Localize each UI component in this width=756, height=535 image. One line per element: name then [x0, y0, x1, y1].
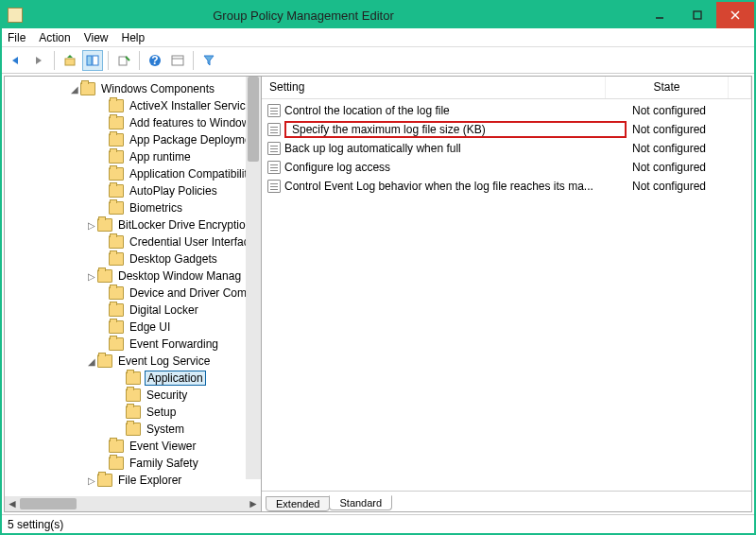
tree-item[interactable]: Biometrics: [5, 199, 261, 216]
filter-button[interactable]: [198, 50, 219, 71]
tab-standard[interactable]: Standard: [329, 495, 392, 510]
scrollbar-thumb[interactable]: [248, 77, 259, 162]
tree-item[interactable]: Event Viewer: [5, 438, 261, 455]
help-button[interactable]: ?: [145, 50, 165, 71]
tree-item[interactable]: Event Forwarding: [5, 336, 261, 353]
tree-item[interactable]: ◢Windows Components: [5, 80, 261, 97]
list-row[interactable]: Control the location of the log fileNot …: [262, 101, 751, 120]
back-button[interactable]: [6, 50, 26, 71]
tree-item[interactable]: Credential User Interface: [5, 233, 261, 250]
tree-label: Family Safety: [128, 457, 200, 470]
forward-button[interactable]: [28, 50, 49, 71]
tree-label: Application: [145, 371, 206, 386]
folder-icon: [109, 440, 124, 453]
setting-icon: [267, 123, 281, 136]
maximize-button[interactable]: [679, 2, 716, 28]
folder-icon: [109, 150, 124, 164]
scroll-right-icon[interactable]: ►: [246, 497, 261, 510]
menu-action[interactable]: Action: [39, 31, 70, 44]
tree-item[interactable]: Device and Driver Comp: [5, 285, 261, 302]
tree-label: AutoPlay Policies: [128, 184, 219, 198]
svg-rect-6: [93, 56, 98, 65]
tree[interactable]: ◢Windows ComponentsActiveX Installer Ser…: [5, 77, 261, 492]
folder-icon: [109, 184, 124, 198]
scroll-left-icon[interactable]: ◄: [5, 497, 20, 510]
tree-label: Desktop Gadgets: [128, 252, 219, 266]
setting-name: Specify the maximum log file size (KB): [284, 121, 627, 138]
folder-icon: [97, 474, 112, 487]
toolbar-sep: [54, 51, 55, 70]
tree-label: Windows Components: [99, 82, 216, 95]
titlebar[interactable]: Group Policy Management Editor: [2, 2, 754, 28]
tree-label: Digital Locker: [128, 303, 200, 317]
tree-label: Biometrics: [128, 201, 184, 215]
folder-icon: [109, 252, 124, 266]
list-row[interactable]: Configure log accessNot configured: [262, 158, 751, 177]
tree-item[interactable]: ActiveX Installer Service: [5, 97, 261, 114]
tree-item[interactable]: Setup: [5, 404, 261, 421]
tab-extended[interactable]: Extended: [266, 496, 330, 511]
tree-item[interactable]: System: [5, 421, 261, 438]
folder-icon: [97, 354, 112, 368]
expander-icon[interactable]: ▷: [86, 475, 97, 486]
tree-horizontal-scrollbar[interactable]: ◄ ►: [5, 496, 261, 511]
properties-button[interactable]: [167, 50, 188, 71]
expander-icon[interactable]: ▷: [86, 220, 97, 231]
minimize-button[interactable]: [641, 2, 679, 28]
tree-vertical-scrollbar[interactable]: [246, 77, 261, 479]
list-pane: Setting State Control the location of th…: [262, 77, 751, 511]
setting-name: Control the location of the log file: [284, 104, 628, 117]
export-button[interactable]: [113, 50, 134, 71]
tree-label: Event Forwarding: [128, 337, 220, 351]
list-row[interactable]: Control Event Log behavior when the log …: [262, 177, 751, 196]
tree-item[interactable]: Application: [5, 370, 261, 387]
svg-rect-4: [65, 59, 75, 65]
collapse-icon[interactable]: ◢: [69, 84, 80, 95]
column-extra[interactable]: [729, 77, 751, 98]
tree-pane: ◢Windows ComponentsActiveX Installer Ser…: [5, 77, 262, 511]
folder-icon: [109, 167, 124, 181]
tree-item[interactable]: AutoPlay Policies: [5, 182, 261, 199]
folder-icon: [126, 423, 141, 436]
tree-label: Security: [145, 388, 189, 402]
list-row[interactable]: Specify the maximum log file size (KB)No…: [262, 120, 751, 139]
tree-label: App runtime: [128, 150, 193, 164]
show-tree-button[interactable]: [82, 50, 103, 71]
svg-rect-1: [694, 11, 701, 19]
expander-icon[interactable]: ▷: [86, 271, 97, 282]
menu-help[interactable]: Help: [122, 31, 146, 44]
tree-item[interactable]: App runtime: [5, 148, 261, 165]
folder-icon: [126, 371, 141, 385]
scrollbar-thumb[interactable]: [20, 498, 77, 509]
tree-item[interactable]: Add features to Window: [5, 114, 261, 131]
tree-item[interactable]: Security: [5, 387, 261, 404]
tree-item[interactable]: Digital Locker: [5, 302, 261, 319]
tree-item[interactable]: Desktop Gadgets: [5, 250, 261, 268]
list-body[interactable]: Control the location of the log fileNot …: [262, 99, 751, 491]
folder-icon: [109, 133, 124, 147]
close-button[interactable]: [716, 2, 754, 28]
column-setting[interactable]: Setting: [262, 77, 606, 98]
tree-item[interactable]: ▷Desktop Window Manag: [5, 268, 261, 285]
tree-item[interactable]: ▷File Explorer: [5, 472, 261, 489]
folder-icon: [109, 235, 124, 249]
setting-icon: [267, 161, 281, 174]
tree-item[interactable]: Family Safety: [5, 455, 261, 472]
menu-view[interactable]: View: [84, 31, 109, 44]
column-state[interactable]: State: [606, 77, 729, 98]
toolbar-sep: [193, 51, 194, 70]
app-icon: [8, 8, 23, 23]
tree-item[interactable]: App Package Deploymen: [5, 131, 261, 148]
tree-item[interactable]: ▷BitLocker Drive Encryptio: [5, 216, 261, 233]
tree-label: Application Compatibilit: [128, 167, 249, 181]
list-row[interactable]: Back up log automatically when fullNot c…: [262, 139, 751, 158]
up-button[interactable]: [60, 50, 80, 71]
tree-label: Credential User Interface: [128, 235, 257, 249]
expander-icon[interactable]: ◢: [86, 356, 97, 367]
tree-item[interactable]: Edge UI: [5, 319, 261, 336]
tree-item[interactable]: ◢Event Log Service: [5, 353, 261, 370]
tree-item[interactable]: Application Compatibilit: [5, 165, 261, 182]
menu-file[interactable]: File: [8, 31, 26, 44]
folder-icon: [109, 99, 124, 112]
folder-icon: [97, 269, 112, 283]
